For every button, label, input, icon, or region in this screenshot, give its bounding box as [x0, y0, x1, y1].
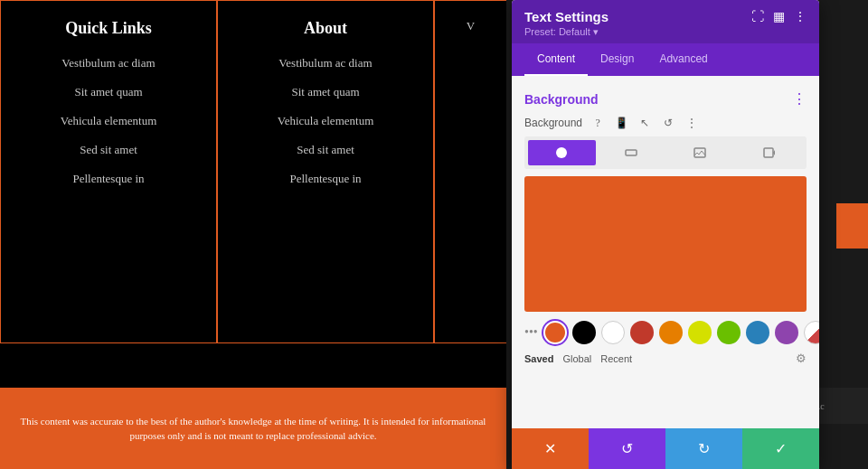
- bg-options-icon[interactable]: ⋮: [684, 115, 700, 131]
- swatch-black[interactable]: [572, 321, 596, 344]
- bg-type-image[interactable]: [666, 140, 734, 165]
- panel-header: Text Settings ⛶ ▦ ⋮ Preset: Default ▾: [512, 0, 819, 43]
- panel-body: Background ⋮ Background ? 📱 ↖ ↺ ⋮: [512, 76, 819, 428]
- right-orange-accent: [836, 203, 868, 249]
- quick-links-column: Quick Links Vestibulum ac diam Sit amet …: [0, 0, 217, 343]
- background-section-title: Background: [524, 92, 599, 107]
- bg-help-icon[interactable]: ?: [590, 115, 606, 131]
- swatch-red[interactable]: [630, 321, 654, 344]
- third-column: V: [434, 0, 506, 343]
- panel-header-top: Text Settings ⛶ ▦ ⋮: [524, 9, 807, 24]
- swatch-blue[interactable]: [746, 321, 769, 344]
- tab-content[interactable]: Content: [524, 43, 588, 76]
- confirm-icon: ✓: [775, 440, 787, 457]
- swatch-yellow[interactable]: [688, 321, 712, 344]
- quick-links-item-2[interactable]: Sit amet quam: [74, 85, 142, 99]
- cancel-button[interactable]: ✕: [512, 428, 589, 469]
- saved-tab[interactable]: Saved: [524, 353, 553, 364]
- global-tab[interactable]: Global: [562, 353, 591, 364]
- about-item-1[interactable]: Vestibulum ac diam: [278, 56, 372, 70]
- more-swatches-button[interactable]: •••: [524, 321, 538, 344]
- cancel-icon: ✕: [544, 440, 556, 457]
- reset-icon: ↺: [621, 440, 633, 457]
- more-options-icon[interactable]: ⋮: [794, 9, 807, 24]
- bg-label: Background: [524, 117, 582, 129]
- bg-cursor-icon[interactable]: ↖: [637, 115, 653, 131]
- bg-type-video[interactable]: [736, 140, 804, 165]
- quick-links-title: Quick Links: [65, 19, 152, 38]
- bg-type-color[interactable]: [528, 140, 596, 165]
- panel-title: Text Settings: [524, 9, 609, 24]
- swatch-white[interactable]: [601, 321, 625, 344]
- svg-rect-1: [626, 150, 637, 155]
- bg-mobile-icon[interactable]: 📱: [613, 115, 629, 131]
- panel-header-icons: ⛶ ▦ ⋮: [751, 9, 807, 24]
- bg-type-gradient[interactable]: [598, 140, 665, 165]
- svg-rect-3: [764, 148, 773, 157]
- svg-point-0: [556, 147, 567, 158]
- swatch-purple[interactable]: [775, 321, 798, 344]
- columns-icon[interactable]: ▦: [773, 9, 785, 24]
- reset-button[interactable]: ↺: [589, 428, 665, 469]
- columns-area: Quick Links Vestibulum ac diam Sit amet …: [0, 0, 506, 343]
- recent-tab[interactable]: Recent: [600, 353, 632, 364]
- confirm-button[interactable]: ✓: [742, 428, 819, 469]
- about-item-5[interactable]: Pellentesque in: [289, 172, 361, 186]
- swatch-diagonal[interactable]: [804, 321, 819, 344]
- about-item-3[interactable]: Vehicula elementum: [278, 114, 374, 128]
- swatch-green[interactable]: [717, 321, 741, 344]
- footer-disclaimer-text: This content was accurate to the best of…: [18, 414, 488, 444]
- bg-reset-icon[interactable]: ↺: [660, 115, 676, 131]
- tab-design[interactable]: Design: [588, 43, 646, 76]
- bg-controls-row: Background ? 📱 ↖ ↺ ⋮: [512, 113, 819, 136]
- swatch-amber[interactable]: [659, 321, 683, 344]
- color-settings-gear-icon[interactable]: ⚙: [796, 352, 807, 366]
- redo-icon: ↻: [698, 440, 710, 457]
- swatches-row: •••: [512, 321, 819, 344]
- third-col-v: V: [467, 19, 475, 33]
- panel-preset-label[interactable]: Preset: Default ▾: [524, 26, 807, 38]
- about-item-4[interactable]: Sed sit amet: [297, 143, 354, 157]
- about-column: About Vestibulum ac diam Sit amet quam V…: [217, 0, 434, 343]
- panel-tabs: Content Design Advanced: [512, 43, 819, 76]
- quick-links-item-4[interactable]: Sed sit amet: [80, 143, 137, 157]
- quick-links-item-5[interactable]: Pellentesque in: [72, 172, 144, 186]
- swatch-orange[interactable]: [543, 321, 567, 344]
- background-section-header: Background ⋮: [512, 85, 819, 113]
- text-settings-panel: Text Settings ⛶ ▦ ⋮ Preset: Default ▾ Co…: [512, 0, 819, 469]
- panel-footer: ✕ ↺ ↻ ✓: [512, 428, 819, 469]
- section-more-icon[interactable]: ⋮: [792, 90, 807, 108]
- color-preview[interactable]: [524, 176, 807, 312]
- fullscreen-icon[interactable]: ⛶: [751, 10, 764, 24]
- about-title: About: [304, 19, 347, 38]
- redo-button[interactable]: ↻: [665, 428, 742, 469]
- bg-type-row: [524, 136, 807, 169]
- quick-links-item-1[interactable]: Vestibulum ac diam: [61, 56, 155, 70]
- tab-advanced[interactable]: Advanced: [646, 43, 720, 76]
- quick-links-item-3[interactable]: Vehicula elementum: [61, 114, 157, 128]
- footer-disclaimer-bar: This content was accurate to the best of…: [0, 388, 506, 469]
- about-item-2[interactable]: Sit amet quam: [291, 85, 359, 99]
- color-tabs-row: Saved Global Recent ⚙: [512, 348, 819, 370]
